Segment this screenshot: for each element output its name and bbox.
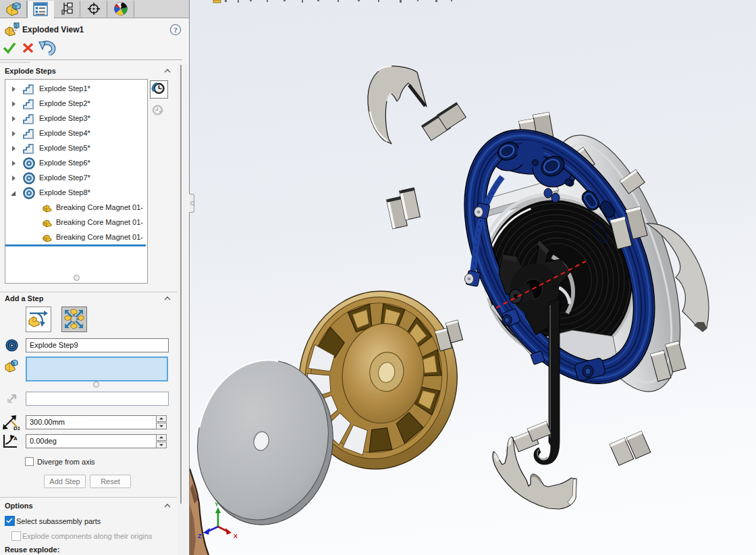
svg-text:X: X	[234, 533, 238, 539]
svg-text:Y: Y	[215, 501, 219, 508]
svg-text:Z: Z	[198, 533, 202, 539]
svg-text:A: A	[14, 435, 18, 442]
svg-text:?: ?	[173, 26, 178, 34]
svg-text:D1: D1	[14, 425, 20, 431]
